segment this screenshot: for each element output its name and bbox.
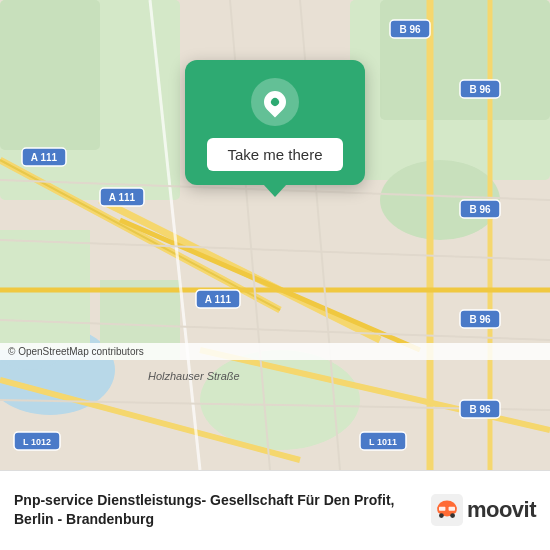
location-pin-icon [259,86,290,117]
svg-text:L 1011: L 1011 [369,437,397,447]
app-container: A 111 A 111 A 111 B 96 B 96 B 96 B 96 B … [0,0,550,550]
moovit-icon [431,494,463,526]
bottom-info-bar: Pnp-service Dienstleistungs- Gesellschaf… [0,470,550,550]
svg-text:B 96: B 96 [469,314,491,325]
svg-text:Holzhauser Straße: Holzhauser Straße [148,370,240,382]
svg-text:B 96: B 96 [469,404,491,415]
svg-point-51 [439,513,444,518]
svg-rect-54 [448,506,454,510]
place-info: Pnp-service Dienstleistungs- Gesellschaf… [14,491,431,527]
svg-point-52 [450,513,455,518]
svg-text:A 111: A 111 [31,152,58,163]
take-me-there-button[interactable]: Take me there [207,138,342,171]
map-area: A 111 A 111 A 111 B 96 B 96 B 96 B 96 B … [0,0,550,470]
moovit-logo: moovit [431,494,536,526]
location-popup: Take me there [185,60,365,185]
svg-rect-6 [380,0,550,120]
svg-text:A 111: A 111 [109,192,136,203]
place-name: Pnp-service Dienstleistungs- Gesellschaf… [14,491,421,527]
svg-rect-53 [439,506,445,510]
svg-text:B 96: B 96 [469,204,491,215]
svg-text:B 96: B 96 [399,24,421,35]
svg-text:A 111: A 111 [205,294,232,305]
svg-rect-4 [0,0,100,150]
map-attribution: © OpenStreetMap contributors [0,343,550,360]
svg-text:B 96: B 96 [469,84,491,95]
svg-point-10 [200,350,360,450]
location-icon-circle [251,78,299,126]
svg-text:L 1012: L 1012 [23,437,51,447]
moovit-text: moovit [467,497,536,523]
